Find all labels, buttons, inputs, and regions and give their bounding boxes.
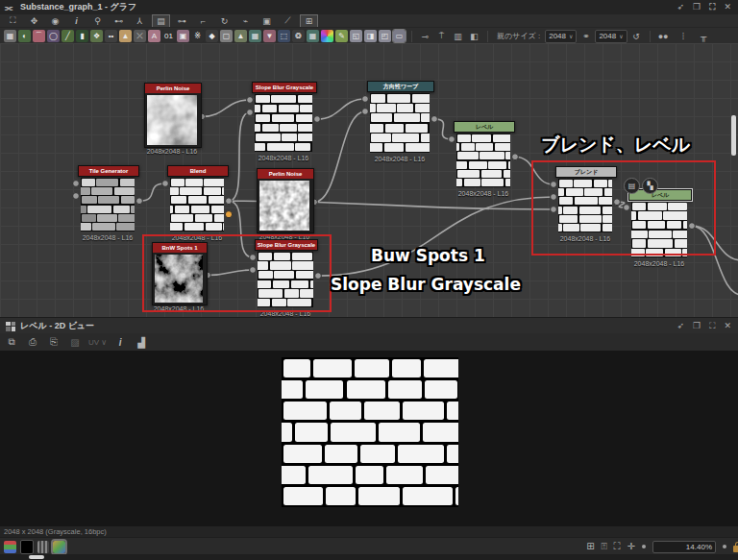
node-levels-1[interactable]: レベル bbox=[454, 121, 515, 133]
node-perlin-noise-2[interactable]: Perlin Noise bbox=[257, 168, 314, 233]
node-slope-blur-grayscale-1[interactable]: Slope Blur Grayscale bbox=[252, 82, 317, 93]
fit-frame-icon[interactable]: ⛶ bbox=[614, 541, 621, 552]
background-black-icon[interactable] bbox=[20, 540, 34, 554]
node-bnw-spots-1[interactable]: BnW Spots 1 bbox=[152, 242, 208, 305]
close-icon[interactable]: ✕ bbox=[724, 2, 731, 12]
pin-node-icon[interactable]: ⍑ bbox=[434, 30, 449, 42]
pixel-processor-icon[interactable]: ◨ bbox=[364, 30, 377, 42]
dot-node-icon[interactable]: ⊸ bbox=[418, 30, 432, 42]
background-checker-icon[interactable] bbox=[37, 541, 49, 553]
graph-scrollbar-handle[interactable] bbox=[731, 115, 736, 156]
vertical-pins-icon[interactable]: ⁞ bbox=[676, 30, 691, 42]
ink-node-icon[interactable]: ❂ bbox=[292, 30, 305, 42]
shuffle-node-icon[interactable]: ⤫ bbox=[134, 30, 146, 42]
pyramid-node-icon[interactable]: ▲ bbox=[234, 30, 247, 42]
hsl-node-icon[interactable]: ▮ bbox=[76, 30, 88, 42]
frame-node-icon[interactable]: ▭ bbox=[393, 30, 406, 42]
grid-node-icon[interactable]: ▦ bbox=[307, 30, 319, 42]
node-resolution-caption: 2048x2048 - L16 bbox=[228, 310, 343, 317]
square-node-icon[interactable]: ▢ bbox=[220, 30, 233, 42]
horizontal-scrollbar-handle[interactable] bbox=[29, 555, 44, 559]
uniform-color-icon[interactable]: ▦ bbox=[4, 30, 16, 42]
parent-width-dropdown[interactable]: 2048∨ bbox=[545, 30, 577, 43]
align-nodes-icon[interactable]: ╥ bbox=[697, 30, 711, 42]
pin-icon[interactable]: ➶ bbox=[677, 2, 685, 12]
maximize-icon[interactable]: ⛶ bbox=[709, 321, 715, 331]
selection-node-icon[interactable]: ⬚ bbox=[278, 30, 290, 42]
graph-node-icon[interactable]: ⅄ bbox=[131, 14, 149, 28]
levels-node-icon[interactable]: ◯ bbox=[47, 30, 60, 42]
node-blend-jp[interactable]: ブレンド bbox=[555, 166, 617, 178]
info-link-icon[interactable]: i bbox=[67, 14, 86, 28]
unlink-icon[interactable]: ⊷ bbox=[110, 14, 128, 28]
letter-badge[interactable]: ▤ bbox=[624, 178, 640, 194]
pin-icon[interactable]: ➶ bbox=[677, 321, 685, 331]
bitmap-node-icon[interactable]: ▣ bbox=[177, 30, 189, 42]
pencil-node-icon[interactable]: ✎ bbox=[335, 30, 348, 42]
close-icon[interactable]: ✕ bbox=[724, 321, 731, 331]
card-node-icon[interactable]: ▥ bbox=[451, 30, 465, 42]
gradient-node-icon[interactable]: ╱ bbox=[62, 30, 74, 42]
recenter-icon[interactable]: ✛ bbox=[627, 541, 635, 552]
transform-node-icon[interactable]: ❖ bbox=[90, 30, 103, 42]
transform-overlay-icon[interactable]: ⍐ bbox=[602, 541, 607, 552]
clean-icon[interactable]: ⟋ bbox=[279, 14, 297, 28]
export-image-icon[interactable]: ▨ bbox=[67, 335, 83, 349]
rotate-icon[interactable]: ↻ bbox=[215, 14, 234, 28]
svg-node-icon[interactable]: ※ bbox=[191, 30, 204, 42]
uv-mode-dropdown[interactable]: UV ∨ bbox=[88, 335, 107, 349]
blend-node-icon[interactable]: ◐ bbox=[18, 30, 31, 42]
zoom-level-field[interactable]: 14.40% bbox=[652, 541, 716, 553]
view2d-canvas[interactable] bbox=[0, 351, 738, 526]
droplet-node-icon[interactable]: ◆ bbox=[206, 30, 218, 42]
connect-elbow-icon[interactable]: ⌐ bbox=[194, 14, 212, 28]
node-thumbnail-noise-spots bbox=[155, 255, 203, 303]
binary-node-icon[interactable]: 01 bbox=[162, 30, 175, 42]
tiling-grid-icon[interactable]: ⊞ bbox=[586, 541, 594, 552]
snap-grid-icon[interactable]: ⊞ bbox=[300, 14, 318, 28]
fit-view-icon[interactable]: ⛶ bbox=[4, 14, 22, 28]
tools-icon[interactable]: ⌁ bbox=[236, 14, 255, 28]
connect-straight-icon[interactable]: ⊶ bbox=[173, 14, 191, 28]
pattern-badge[interactable]: ▚ bbox=[642, 178, 658, 194]
info-icon[interactable]: i bbox=[112, 335, 128, 349]
warp-node-icon[interactable]: ▲ bbox=[119, 30, 132, 42]
node-slope-blur-grayscale-2[interactable]: Slope Blur Grayscale bbox=[255, 239, 318, 251]
node-blend-1[interactable]: Blend bbox=[167, 165, 229, 177]
camera-icon[interactable]: ◉ bbox=[46, 14, 64, 28]
float-window-icon[interactable]: ❐ bbox=[693, 2, 701, 12]
node-title: Slope Blur Grayscale bbox=[256, 240, 317, 250]
histogram-icon[interactable]: ▟ bbox=[134, 335, 149, 349]
dual-dot-icon[interactable]: ●● bbox=[656, 30, 671, 42]
channels-rgb-icon[interactable] bbox=[4, 541, 16, 553]
node-directional-warp[interactable]: 方向性ワープ bbox=[367, 81, 434, 92]
text-node-icon[interactable]: A bbox=[148, 30, 160, 42]
color-wheel-icon[interactable] bbox=[321, 30, 333, 42]
value-processor-icon[interactable]: ◰ bbox=[379, 30, 391, 42]
comment-node-icon[interactable]: ◧ bbox=[467, 30, 481, 42]
maximize-icon[interactable]: ⛶ bbox=[709, 2, 715, 12]
fx-map-icon[interactable]: ◱ bbox=[350, 30, 362, 42]
copy-icon[interactable]: ⧉ bbox=[4, 335, 19, 349]
paste-icon[interactable]: ⎘ bbox=[46, 335, 62, 349]
link-size-icon[interactable]: ⚭ bbox=[578, 30, 593, 42]
save-icon[interactable]: ⎙ bbox=[25, 335, 40, 349]
pattern-node-icon[interactable]: ▦ bbox=[249, 30, 261, 42]
node-resolution-caption: 2048x2048 - L16 bbox=[114, 148, 230, 155]
node-thumbnail-bricks-white bbox=[370, 93, 430, 153]
zoom-tool-icon[interactable]: ⚲ bbox=[88, 14, 107, 28]
paint-node-icon[interactable]: ▼ bbox=[263, 30, 276, 42]
float-window-icon[interactable]: ❐ bbox=[693, 321, 701, 331]
lock-zoom-icon[interactable] bbox=[733, 546, 738, 552]
reset-size-icon[interactable]: ↺ bbox=[629, 30, 644, 42]
graph-canvas[interactable]: Perlin Noise2048x2048 - L16Slope Blur Gr… bbox=[0, 43, 738, 317]
curve-node-icon[interactable]: ⌒ bbox=[33, 30, 45, 42]
image-output-icon[interactable]: ▣ bbox=[258, 14, 276, 28]
blur-node-icon[interactable]: •• bbox=[105, 30, 117, 42]
display-image-icon[interactable] bbox=[53, 541, 65, 553]
node-perlin-noise-1[interactable]: Perlin Noise bbox=[144, 83, 202, 148]
parent-height-dropdown[interactable]: 2048∨ bbox=[595, 30, 627, 43]
pan-tool-icon[interactable]: ✥ bbox=[25, 14, 43, 28]
panel-layout-icon[interactable]: ▤ bbox=[152, 14, 170, 28]
node-tile-generator[interactable]: Tile Generator bbox=[78, 165, 139, 177]
